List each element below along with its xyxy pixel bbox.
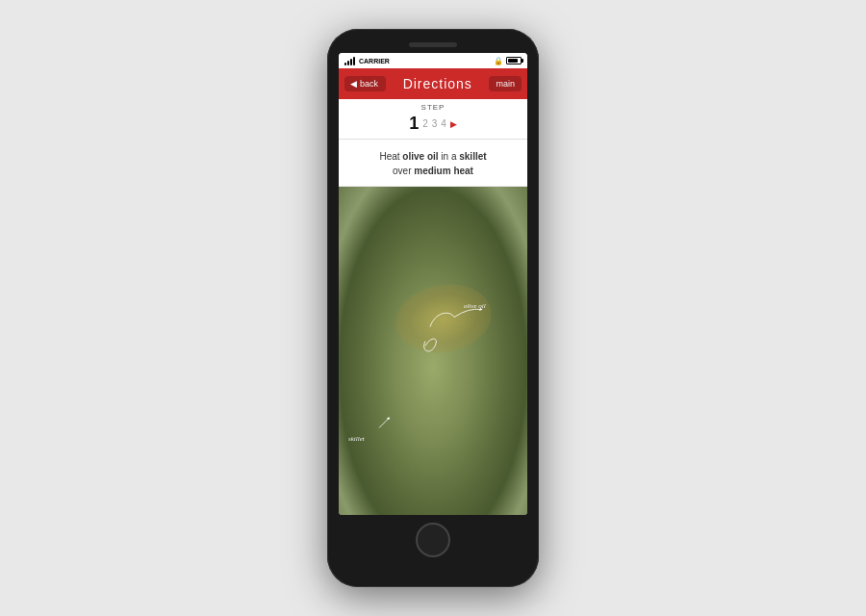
step-2[interactable]: 2 bbox=[422, 118, 428, 129]
step-numbers: 1 2 3 4 ▶ bbox=[339, 112, 527, 137]
nav-title: Directions bbox=[403, 76, 472, 91]
step-next-icon[interactable]: ▶ bbox=[450, 119, 457, 129]
signal-bar-3 bbox=[350, 59, 352, 65]
home-button[interactable] bbox=[416, 523, 450, 557]
signal-bars bbox=[344, 57, 355, 65]
battery-fill bbox=[508, 59, 518, 63]
signal-bar-2 bbox=[347, 61, 349, 65]
signal-bar-1 bbox=[344, 63, 346, 65]
instruction-highlight3: medium heat bbox=[414, 166, 473, 176]
phone-speaker bbox=[409, 42, 457, 47]
nav-bar: ◀ back Directions main bbox=[339, 68, 527, 99]
instruction-box: Heat olive oil in a skillet over medium … bbox=[339, 140, 527, 187]
recipe-image: olive oil skillet bbox=[339, 187, 527, 515]
instruction-highlight2: skillet bbox=[459, 151, 486, 162]
svg-text:skillet: skillet bbox=[348, 435, 366, 443]
back-arrow-icon: ◀ bbox=[350, 79, 357, 89]
step-4[interactable]: 4 bbox=[441, 118, 446, 129]
carrier-label: CARRIER bbox=[359, 58, 390, 64]
oil-pool bbox=[390, 277, 497, 360]
battery-indicator bbox=[506, 57, 522, 64]
lock-icon: 🔒 bbox=[494, 57, 503, 65]
step-1[interactable]: 1 bbox=[409, 114, 419, 134]
instruction-part2: in a bbox=[439, 151, 460, 162]
instruction-part1: Heat bbox=[379, 151, 402, 162]
back-label: back bbox=[360, 79, 378, 89]
step-label: Step bbox=[339, 103, 527, 112]
signal-bar-4 bbox=[353, 57, 355, 65]
skillet-background: olive oil skillet bbox=[339, 187, 527, 515]
back-button[interactable]: ◀ back bbox=[344, 76, 386, 91]
instruction-highlight1: olive oil bbox=[402, 151, 438, 162]
phone-screen: CARRIER 🔒 ◀ back Directions main Step 1 bbox=[339, 53, 527, 515]
step-3[interactable]: 3 bbox=[432, 118, 438, 129]
step-section: Step 1 2 3 4 ▶ bbox=[339, 99, 527, 140]
phone-device: CARRIER 🔒 ◀ back Directions main Step 1 bbox=[327, 29, 539, 587]
status-bar: CARRIER 🔒 bbox=[339, 53, 527, 68]
main-button[interactable]: main bbox=[489, 76, 522, 91]
instruction-part3: over bbox=[393, 166, 414, 176]
